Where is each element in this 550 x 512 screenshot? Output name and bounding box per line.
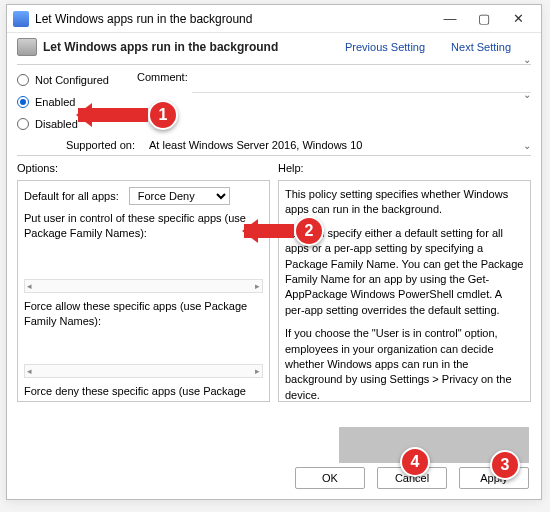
help-panel: This policy setting specifies whether Wi…	[278, 180, 531, 402]
help-p2: If you choose the "User is in control" o…	[285, 326, 524, 402]
titlebar: Let Windows apps run in the background —…	[7, 5, 541, 33]
comment-input[interactable]	[192, 71, 531, 93]
policy-editor-window: Let Windows apps run in the background —…	[6, 4, 542, 500]
minimize-button[interactable]: —	[433, 6, 467, 32]
radio-not-configured[interactable]: Not Configured	[17, 74, 137, 86]
options-label: Options:	[17, 162, 270, 174]
close-button[interactable]: ✕	[501, 6, 535, 32]
default-all-select[interactable]: Force Deny	[129, 187, 230, 205]
previous-setting-link[interactable]: Previous Setting	[345, 41, 425, 53]
supported-on-value: At least Windows Server 2016, Windows 10	[149, 139, 362, 151]
h-scroll-1[interactable]: ◂▸	[24, 279, 263, 293]
comment-label: Comment:	[137, 71, 188, 83]
next-setting-link[interactable]: Next Setting	[451, 41, 511, 53]
app-icon	[13, 11, 29, 27]
list3-label: Force deny these specific apps (use Pack…	[24, 384, 263, 402]
help-label: Help:	[278, 162, 531, 174]
callout-3: 3	[490, 450, 520, 480]
options-panel: Default for all apps: Force Deny Put use…	[17, 180, 270, 402]
chevron-down-icon: ⌄	[523, 140, 531, 151]
maximize-button[interactable]: ▢	[467, 6, 501, 32]
callout-2: 2	[244, 216, 324, 246]
list2-label: Force allow these specific apps (use Pac…	[24, 299, 263, 329]
h-scroll-2[interactable]: ◂▸	[24, 364, 263, 378]
help-p0: This policy setting specifies whether Wi…	[285, 187, 524, 218]
chevron-down-icon: ⌄	[523, 54, 531, 65]
callout-1: 1	[78, 100, 178, 130]
list1-label: Put user in control of these specific ap…	[24, 211, 263, 241]
ok-button[interactable]: OK	[295, 467, 365, 489]
callout-4: 4	[400, 447, 430, 477]
supported-on-row: Supported on: At least Windows Server 20…	[17, 139, 531, 151]
supported-on-label: Supported on:	[17, 139, 135, 151]
header-row: Let Windows apps run in the background P…	[7, 33, 541, 56]
policy-icon	[17, 38, 37, 56]
default-all-label: Default for all apps:	[24, 190, 119, 202]
window-title: Let Windows apps run in the background	[35, 12, 252, 26]
page-title: Let Windows apps run in the background	[43, 40, 278, 54]
